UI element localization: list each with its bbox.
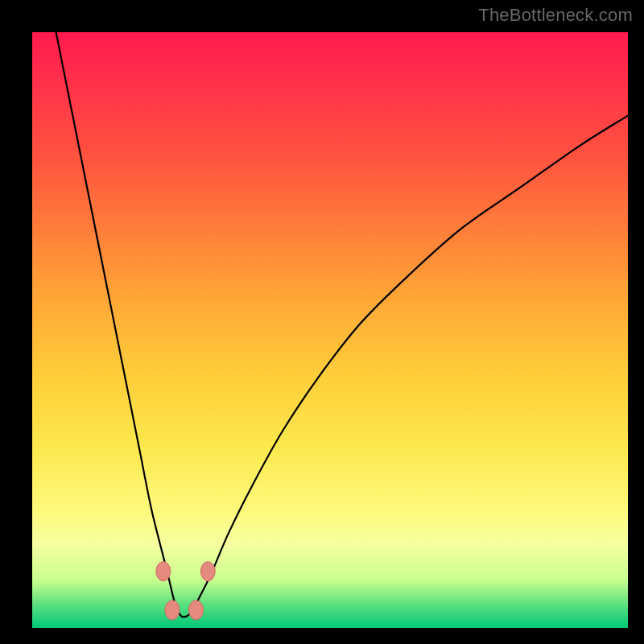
curve-marker — [165, 601, 180, 620]
chart-frame: TheBottleneck.com — [0, 0, 644, 644]
curve-marker — [200, 562, 215, 581]
plot-area — [32, 32, 628, 628]
watermark-text: TheBottleneck.com — [478, 5, 633, 26]
curve-marker — [156, 562, 171, 581]
curve-marker — [189, 601, 204, 620]
curve-markers — [156, 562, 215, 620]
curve-svg — [32, 32, 628, 628]
bottleneck-curve — [56, 32, 628, 617]
